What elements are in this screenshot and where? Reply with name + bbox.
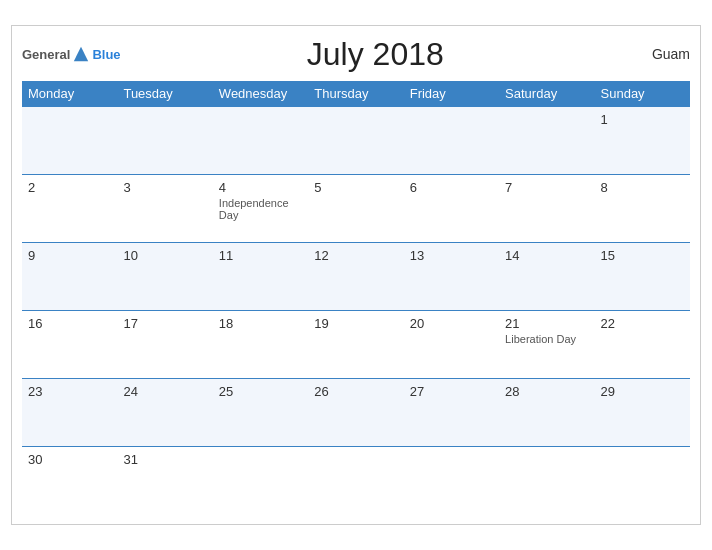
day-number: 8 (601, 180, 684, 195)
calendar-cell: 15 (595, 242, 690, 310)
day-number: 29 (601, 384, 684, 399)
logo: General Blue (22, 45, 121, 63)
week-row-6: 3031 (22, 446, 690, 514)
calendar-cell: 24 (117, 378, 212, 446)
day-number: 23 (28, 384, 111, 399)
calendar-cell: 16 (22, 310, 117, 378)
calendar-cell: 20 (404, 310, 499, 378)
weekday-header-tuesday: Tuesday (117, 81, 212, 107)
calendar-cell (499, 446, 594, 514)
calendar-cell: 2 (22, 174, 117, 242)
weekday-header-thursday: Thursday (308, 81, 403, 107)
calendar-cell: 10 (117, 242, 212, 310)
calendar-cell (499, 106, 594, 174)
weekday-header-friday: Friday (404, 81, 499, 107)
calendar-cell: 3 (117, 174, 212, 242)
day-number: 17 (123, 316, 206, 331)
day-number: 6 (410, 180, 493, 195)
day-number: 3 (123, 180, 206, 195)
calendar-region: Guam (630, 46, 690, 62)
calendar-cell: 8 (595, 174, 690, 242)
day-number: 5 (314, 180, 397, 195)
calendar-cell: 22 (595, 310, 690, 378)
day-number: 7 (505, 180, 588, 195)
calendar-cell (308, 106, 403, 174)
calendar-cell: 9 (22, 242, 117, 310)
day-number: 20 (410, 316, 493, 331)
calendar-cell (22, 106, 117, 174)
logo-icon (72, 45, 90, 63)
calendar-cell: 21Liberation Day (499, 310, 594, 378)
calendar-cell: 25 (213, 378, 308, 446)
day-number: 9 (28, 248, 111, 263)
calendar-cell: 27 (404, 378, 499, 446)
calendar-cell: 14 (499, 242, 594, 310)
day-number: 1 (601, 112, 684, 127)
week-row-1: 1 (22, 106, 690, 174)
week-row-3: 9101112131415 (22, 242, 690, 310)
day-number: 18 (219, 316, 302, 331)
calendar-cell: 23 (22, 378, 117, 446)
day-number: 4 (219, 180, 302, 195)
week-row-4: 161718192021Liberation Day22 (22, 310, 690, 378)
svg-marker-0 (74, 47, 88, 61)
weekday-header-wednesday: Wednesday (213, 81, 308, 107)
day-number: 19 (314, 316, 397, 331)
calendar-cell (117, 106, 212, 174)
calendar-cell: 11 (213, 242, 308, 310)
weekday-header-monday: Monday (22, 81, 117, 107)
day-number: 22 (601, 316, 684, 331)
calendar-cell: 19 (308, 310, 403, 378)
calendar-cell: 30 (22, 446, 117, 514)
weekday-header-saturday: Saturday (499, 81, 594, 107)
calendar-cell (213, 106, 308, 174)
calendar-cell: 4Independence Day (213, 174, 308, 242)
day-number: 28 (505, 384, 588, 399)
day-number: 10 (123, 248, 206, 263)
holiday-label: Liberation Day (505, 333, 588, 345)
day-number: 15 (601, 248, 684, 263)
logo-general-text: General (22, 47, 70, 62)
weekday-header-sunday: Sunday (595, 81, 690, 107)
calendar-cell (595, 446, 690, 514)
day-number: 2 (28, 180, 111, 195)
calendar-header: General Blue July 2018 Guam (22, 36, 690, 73)
calendar-cell (213, 446, 308, 514)
calendar-cell: 17 (117, 310, 212, 378)
calendar-cell: 31 (117, 446, 212, 514)
calendar-cell: 13 (404, 242, 499, 310)
day-number: 12 (314, 248, 397, 263)
day-number: 21 (505, 316, 588, 331)
day-number: 14 (505, 248, 588, 263)
calendar-cell: 29 (595, 378, 690, 446)
calendar-cell: 6 (404, 174, 499, 242)
holiday-label: Independence Day (219, 197, 302, 221)
calendar-cell: 28 (499, 378, 594, 446)
calendar-cell: 7 (499, 174, 594, 242)
calendar-cell: 1 (595, 106, 690, 174)
week-row-5: 23242526272829 (22, 378, 690, 446)
calendar-cell (308, 446, 403, 514)
day-number: 11 (219, 248, 302, 263)
calendar-title: July 2018 (121, 36, 630, 73)
calendar-cell: 26 (308, 378, 403, 446)
day-number: 24 (123, 384, 206, 399)
calendar: General Blue July 2018 Guam MondayTuesda… (11, 25, 701, 526)
calendar-cell (404, 106, 499, 174)
week-row-2: 234Independence Day5678 (22, 174, 690, 242)
day-number: 16 (28, 316, 111, 331)
day-number: 26 (314, 384, 397, 399)
calendar-cell: 18 (213, 310, 308, 378)
calendar-cell: 5 (308, 174, 403, 242)
logo-blue-text: Blue (92, 47, 120, 62)
calendar-cell: 12 (308, 242, 403, 310)
day-number: 31 (123, 452, 206, 467)
day-number: 30 (28, 452, 111, 467)
day-number: 13 (410, 248, 493, 263)
calendar-thead: MondayTuesdayWednesdayThursdayFridaySatu… (22, 81, 690, 107)
day-number: 27 (410, 384, 493, 399)
day-number: 25 (219, 384, 302, 399)
weekday-header-row: MondayTuesdayWednesdayThursdayFridaySatu… (22, 81, 690, 107)
calendar-table: MondayTuesdayWednesdayThursdayFridaySatu… (22, 81, 690, 515)
calendar-tbody: 1234Independence Day56789101112131415161… (22, 106, 690, 514)
